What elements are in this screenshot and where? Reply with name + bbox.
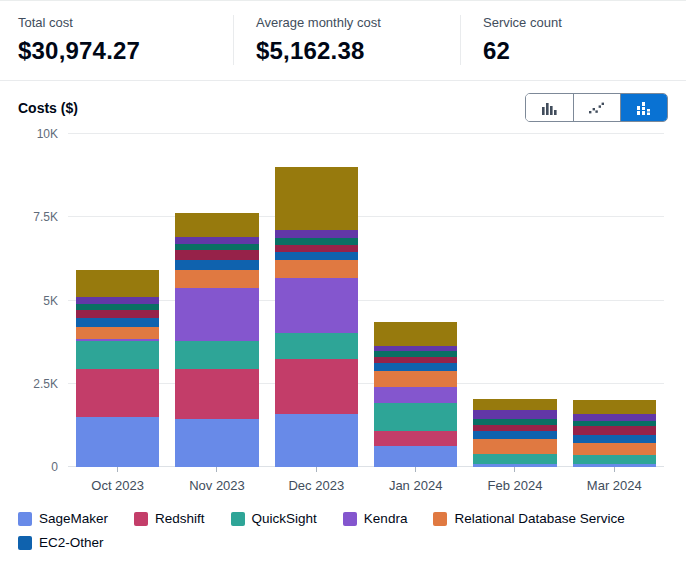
bar-segment-others[interactable]	[275, 167, 358, 230]
bar-segment-others[interactable]	[374, 322, 457, 346]
bar-segment-vpc[interactable]	[275, 230, 358, 237]
y-tick-label: 0	[51, 460, 58, 474]
bar-slot	[465, 134, 564, 467]
stacked-bar-jan-2024[interactable]	[374, 322, 457, 467]
x-tick-mark	[415, 467, 416, 472]
bar-segment-ec2-other[interactable]	[374, 363, 457, 371]
bar-segment-sagemaker[interactable]	[573, 464, 656, 467]
bar-segment-vpc[interactable]	[473, 410, 556, 418]
bar-segment-sagemaker[interactable]	[473, 464, 556, 467]
bar-segment-others[interactable]	[473, 399, 556, 411]
stacked-bar-oct-2023[interactable]	[76, 270, 159, 467]
chart-legend: SageMakerRedshiftQuickSightKendraRelatio…	[18, 511, 668, 564]
scatter-line-icon	[588, 101, 606, 115]
x-tick-mark	[117, 467, 118, 472]
bar-segment-ec2-instances[interactable]	[175, 250, 258, 260]
bar-segment-redshift[interactable]	[374, 431, 457, 446]
bar-segment-sagemaker[interactable]	[374, 446, 457, 467]
bar-segment-quicksight[interactable]	[275, 333, 358, 359]
x-axis-labels: Oct 2023Nov 2023Dec 2023Jan 2024Feb 2024…	[68, 478, 664, 493]
x-axis-label: Dec 2023	[267, 478, 366, 493]
bar-segment-quicksight[interactable]	[76, 341, 159, 368]
bar-segment-ec2-instances[interactable]	[76, 310, 159, 317]
stacked-bar-mar-2024[interactable]	[573, 400, 656, 467]
bar-segment-others[interactable]	[573, 400, 656, 415]
bar-slot	[366, 134, 465, 467]
legend-label: Kendra	[364, 511, 408, 526]
chart-type-segmented-control	[525, 93, 668, 122]
stacked-bar-feb-2024[interactable]	[473, 399, 556, 467]
bar-segment-others[interactable]	[175, 213, 258, 236]
bar-segment-ec2-other[interactable]	[76, 318, 159, 327]
x-tick-mark	[614, 467, 615, 472]
bar-segment-vpc[interactable]	[573, 414, 656, 421]
stacked-bar-chart-view-button[interactable]	[620, 94, 667, 121]
bar-segment-others[interactable]	[76, 270, 159, 297]
stat-value: $5,162.38	[256, 37, 460, 65]
legend-swatch	[433, 512, 447, 526]
legend-label: SageMaker	[39, 511, 108, 526]
stacked-bar-nov-2023[interactable]	[175, 213, 258, 467]
y-tick-label: 10K	[37, 127, 58, 141]
bar-segment-relational-database-service[interactable]	[473, 439, 556, 454]
bar-segment-relational-database-service[interactable]	[76, 327, 159, 339]
legend-item-redshift[interactable]: Redshift	[134, 511, 205, 526]
bar-segment-sagemaker[interactable]	[76, 417, 159, 467]
x-axis-label: Feb 2024	[465, 478, 564, 493]
bar-segment-redshift[interactable]	[275, 359, 358, 414]
bar-segment-ec2-other[interactable]	[275, 252, 358, 261]
legend-item-ec2-other[interactable]: EC2-Other	[18, 535, 104, 550]
bar-segment-quicksight[interactable]	[175, 341, 258, 369]
legend-label: QuickSight	[252, 511, 317, 526]
bar-segment-kendra[interactable]	[175, 288, 258, 341]
stacked-bar-dec-2023[interactable]	[275, 167, 358, 467]
legend-label: Redshift	[155, 511, 205, 526]
x-axis-label: Mar 2024	[565, 478, 664, 493]
bar-segment-vpc[interactable]	[76, 297, 159, 304]
bar-segment-elastic-container-service[interactable]	[275, 238, 358, 245]
bar-segment-quicksight[interactable]	[374, 403, 457, 431]
bar-segment-ec2-instances[interactable]	[473, 425, 556, 432]
bar-segment-ec2-instances[interactable]	[573, 426, 656, 435]
stacked-bar-chart-icon	[635, 101, 653, 115]
stat-label: Service count	[483, 15, 668, 30]
stat-service-count: Service count 62	[460, 15, 668, 65]
bar-segment-kendra[interactable]	[374, 387, 457, 403]
bar-segment-ec2-instances[interactable]	[275, 245, 358, 252]
bar-chart-view-button[interactable]	[526, 94, 573, 121]
bar-segment-sagemaker[interactable]	[275, 414, 358, 467]
bar-segment-sagemaker[interactable]	[175, 419, 258, 467]
bar-segment-relational-database-service[interactable]	[275, 260, 358, 277]
bar-segment-relational-database-service[interactable]	[175, 270, 258, 288]
legend-item-kendra[interactable]: Kendra	[343, 511, 408, 526]
y-tick-label: 2.5K	[33, 377, 58, 391]
stat-label: Average monthly cost	[256, 15, 460, 30]
bar-segment-quicksight[interactable]	[473, 454, 556, 464]
line-chart-view-button[interactable]	[573, 94, 620, 121]
x-axis-label: Oct 2023	[68, 478, 167, 493]
bar-segment-ec2-other[interactable]	[573, 435, 656, 442]
bar-segment-kendra[interactable]	[275, 278, 358, 334]
legend-item-quicksight[interactable]: QuickSight	[231, 511, 317, 526]
legend-swatch	[18, 512, 32, 526]
bar-segment-ec2-other[interactable]	[175, 260, 258, 270]
bar-slot	[68, 134, 167, 467]
bar-segment-relational-database-service[interactable]	[573, 443, 656, 456]
legend-swatch	[134, 512, 148, 526]
summary-stats-row: Total cost $30,974.27 Average monthly co…	[0, 1, 686, 80]
legend-item-sagemaker[interactable]: SageMaker	[18, 511, 108, 526]
legend-swatch	[18, 536, 32, 550]
bar-segment-vpc[interactable]	[175, 237, 258, 244]
y-tick-label: 5K	[43, 294, 58, 308]
x-tick-mark	[216, 467, 217, 472]
bar-segment-quicksight[interactable]	[573, 455, 656, 464]
bar-segment-redshift[interactable]	[76, 369, 159, 417]
legend-item-relational-database-service[interactable]: Relational Database Service	[433, 511, 624, 526]
bar-segment-relational-database-service[interactable]	[374, 371, 457, 387]
x-axis-label: Jan 2024	[366, 478, 465, 493]
stat-label: Total cost	[18, 15, 233, 30]
x-axis-label: Nov 2023	[167, 478, 266, 493]
bar-segment-ec2-other[interactable]	[473, 431, 556, 438]
y-axis: 02.5K5K7.5K10K	[18, 134, 68, 467]
bar-segment-redshift[interactable]	[175, 369, 258, 419]
